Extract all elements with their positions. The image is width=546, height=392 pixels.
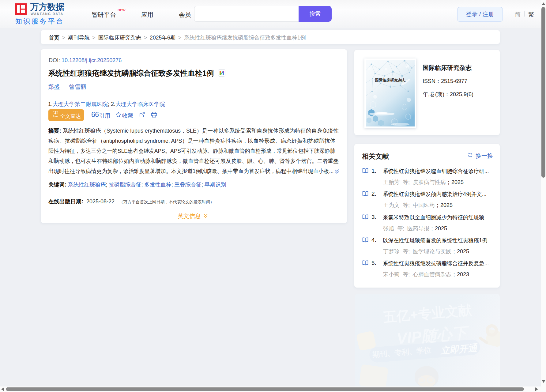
- svg-text:free: free: [53, 115, 58, 118]
